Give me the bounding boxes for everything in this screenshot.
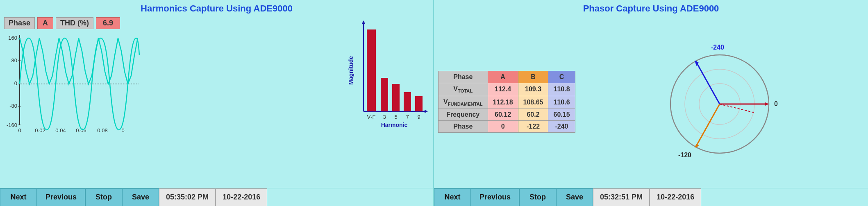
phasor-svg: -240 0 -120 <box>656 41 787 163</box>
frequency-label: Frequency <box>439 109 488 120</box>
vtotal-a: 112.4 <box>488 83 518 96</box>
phase-label: Phase <box>4 17 35 29</box>
vfundamental-c: 110.6 <box>548 96 575 109</box>
phase-row: Phase 0 -122 -240 <box>439 120 575 132</box>
col-a-header: A <box>488 71 518 83</box>
vfundamental-label: VFUNDAMENTAL <box>439 96 488 109</box>
svg-rect-29 <box>404 92 411 111</box>
svg-rect-27 <box>392 84 400 111</box>
phasor-stop-button[interactable]: Stop <box>519 188 556 206</box>
svg-marker-19 <box>362 20 365 24</box>
svg-text:7: 7 <box>406 114 409 120</box>
waveform-area: 160 80 0 -80 -160 0 0.02 0.04 <box>4 31 343 186</box>
svg-text:Harmonic: Harmonic <box>381 122 408 128</box>
phasor-table-header-row: Phase A B C <box>439 71 575 83</box>
vtotal-label: VTOTAL <box>439 83 488 96</box>
harmonics-title: Harmonics Capture Using ADE9000 <box>0 0 433 16</box>
thd-value: 6.9 <box>96 17 120 29</box>
harmonics-content: Phase A THD (%) 6.9 160 80 <box>0 16 433 188</box>
phasor-previous-button[interactable]: Previous <box>471 188 519 206</box>
phase-a: 0 <box>488 120 518 132</box>
waveform-chart: 160 80 0 -80 -160 0 0.02 0.04 <box>4 31 143 137</box>
phasor-title: Phasor Capture Using ADE9000 <box>434 0 868 16</box>
svg-text:3: 3 <box>383 114 386 120</box>
harmonics-next-button[interactable]: Next <box>0 188 37 206</box>
phasor-date: 10-22-2016 <box>650 188 701 206</box>
phase-thd-row: Phase A THD (%) 6.9 <box>4 17 343 29</box>
phasor-footer: Next Previous Stop Save 05:32:51 PM 10-2… <box>434 188 868 206</box>
col-phase-header: Phase <box>439 71 488 83</box>
svg-marker-21 <box>425 110 428 113</box>
svg-line-40 <box>720 104 754 113</box>
vfundamental-a: 112.18 <box>488 96 518 109</box>
frequency-row: Frequency 60.12 60.2 60.15 <box>439 109 575 120</box>
harmonics-panel: Harmonics Capture Using ADE9000 Phase A … <box>0 0 434 206</box>
phasor-content: Phase A B C VTOTAL 112.4 109.3 110.8 VFU… <box>434 16 868 188</box>
bar-chart: Magnitude V‑F 3 5 7 9 <box>347 17 429 136</box>
harmonics-save-button[interactable]: Save <box>122 188 159 206</box>
svg-text:0: 0 <box>14 80 17 86</box>
phasor-save-button[interactable]: Save <box>556 188 593 206</box>
harmonics-left: Phase A THD (%) 6.9 160 80 <box>4 17 343 186</box>
phasor-diagram: -240 0 -120 <box>579 17 864 186</box>
vtotal-c: 110.8 <box>548 83 575 96</box>
svg-text:0.08: 0.08 <box>97 127 107 134</box>
svg-text:9: 9 <box>417 114 420 120</box>
main-container: Harmonics Capture Using ADE9000 Phase A … <box>0 0 868 206</box>
harmonics-previous-button[interactable]: Previous <box>37 188 85 206</box>
svg-text:160: 160 <box>8 35 17 41</box>
phase-b: -122 <box>518 120 548 132</box>
harmonics-footer: Next Previous Stop Save 05:35:02 PM 10-2… <box>0 188 433 206</box>
svg-text:0: 0 <box>18 127 21 134</box>
svg-rect-31 <box>415 96 423 111</box>
label-neg120: -120 <box>678 152 691 158</box>
vfundamental-row: VFUNDAMENTAL 112.18 108.65 110.6 <box>439 96 575 109</box>
label-neg240: -240 <box>711 44 724 51</box>
harmonics-date: 10-22-2016 <box>216 188 267 206</box>
phasor-panel: Phasor Capture Using ADE9000 Phase A B C… <box>434 0 868 206</box>
phasor-next-button[interactable]: Next <box>434 188 471 206</box>
label-0: 0 <box>774 100 778 107</box>
vtotal-row: VTOTAL 112.4 109.3 110.8 <box>439 83 575 96</box>
thd-label: THD (%) <box>56 17 93 29</box>
svg-rect-23 <box>367 29 376 111</box>
frequency-c: 60.15 <box>548 109 575 120</box>
bar-chart-area: Magnitude V‑F 3 5 7 9 <box>347 17 429 186</box>
svg-text:V‑F: V‑F <box>367 114 376 120</box>
svg-text:-160: -160 <box>7 122 17 128</box>
svg-text:Magnitude: Magnitude <box>348 56 354 85</box>
svg-text:0.02: 0.02 <box>35 127 45 134</box>
phasor-table-area: Phase A B C VTOTAL 112.4 109.3 110.8 VFU… <box>438 17 575 186</box>
phasor-table: Phase A B C VTOTAL 112.4 109.3 110.8 VFU… <box>438 71 575 132</box>
vfundamental-b: 108.65 <box>518 96 548 109</box>
frequency-b: 60.2 <box>518 109 548 120</box>
phasor-time: 05:32:51 PM <box>593 188 650 206</box>
frequency-a: 60.12 <box>488 109 518 120</box>
phase-row-label: Phase <box>439 120 488 132</box>
phase-c: -240 <box>548 120 575 132</box>
svg-marker-39 <box>765 102 769 106</box>
svg-text:-80: -80 <box>9 103 17 109</box>
vtotal-b: 109.3 <box>518 83 548 96</box>
harmonics-time: 05:35:02 PM <box>159 188 216 206</box>
phase-value: A <box>37 17 53 29</box>
col-c-header: C <box>548 71 575 83</box>
svg-rect-25 <box>381 78 388 111</box>
svg-text:0.04: 0.04 <box>55 127 66 134</box>
svg-text:5: 5 <box>394 114 397 120</box>
svg-text:0: 0 <box>121 127 124 134</box>
harmonics-stop-button[interactable]: Stop <box>85 188 122 206</box>
svg-line-44 <box>696 61 720 104</box>
svg-text:80: 80 <box>11 57 17 63</box>
col-b-header: B <box>518 71 548 83</box>
